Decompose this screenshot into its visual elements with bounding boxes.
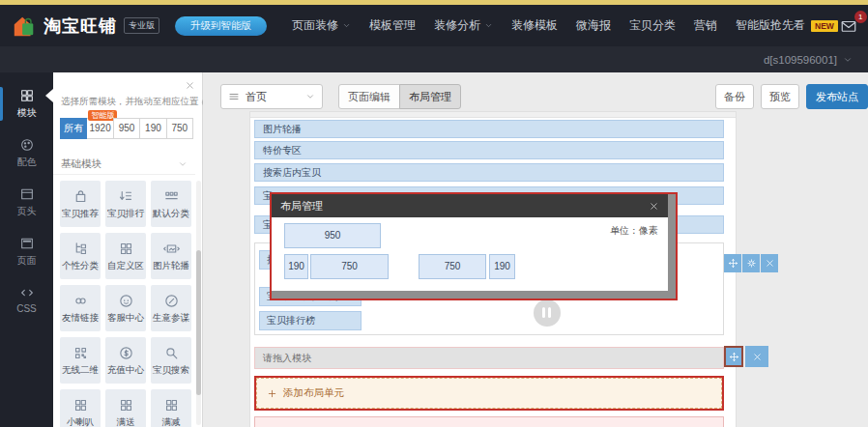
user-bar: d[s109596001] xyxy=(0,46,868,72)
page-canvas: 图片轮播 特价专区 搜索店内宝贝 宝 宝 搜索 宝贝分类（简单） 宝贝排行榜 请… xyxy=(249,111,737,427)
scrollbar-thumb[interactable] xyxy=(196,250,201,395)
preview-button[interactable]: 预览 xyxy=(761,84,799,109)
nav-item-decorate-analysis[interactable]: 装修分析 xyxy=(434,17,493,34)
module-tile-full-gift[interactable]: 满送 xyxy=(105,389,146,427)
canvas-row-image-carousel[interactable]: 图片轮播 xyxy=(254,120,724,138)
delete-button[interactable] xyxy=(745,346,768,367)
layout-option-190-right[interactable]: 190 xyxy=(489,254,515,279)
sidebar-item-css[interactable]: CSS xyxy=(0,281,53,318)
edition-badge: 专业版 xyxy=(124,17,159,34)
module-tile-wireless-qr[interactable]: 无线二维 xyxy=(60,337,101,384)
nav-item-micro-poster[interactable]: 微海报 xyxy=(576,17,611,34)
module-panel: 选择所需模块，并拖动至相应位置 所有 1920智能版 950 190 750 基… xyxy=(53,72,203,427)
layout-option-950[interactable]: 950 xyxy=(284,223,381,248)
tab-190[interactable]: 190 xyxy=(139,118,166,139)
compass-icon xyxy=(163,293,180,309)
dialog-titlebar[interactable]: 布局管理 xyxy=(272,194,668,217)
module-tile-default-category[interactable]: 默认分类 xyxy=(151,181,191,227)
navbar-icons: 1 xyxy=(838,17,868,35)
move-handle-selected[interactable] xyxy=(724,346,743,367)
sidebar-item-page[interactable]: 页面 xyxy=(0,232,53,271)
canvas-row-shop-search[interactable]: 搜索店内宝贝 xyxy=(254,163,724,182)
panel-scrollbar[interactable] xyxy=(196,181,201,425)
empty-drop-row[interactable]: 请拖入模块 xyxy=(254,347,724,369)
tab-all[interactable]: 所有 xyxy=(60,118,87,139)
chevron-down-icon xyxy=(178,159,188,169)
bag-icon xyxy=(72,188,89,205)
module-tile-item-search[interactable]: 宝贝搜索 xyxy=(151,337,191,384)
module-tile-service-center[interactable]: 客服中心 xyxy=(105,285,146,331)
layout-option-750-left[interactable]: 750 xyxy=(419,254,486,279)
partial-row-bottom xyxy=(254,416,724,427)
panel-close-icon[interactable] xyxy=(185,80,195,91)
watermark-icon xyxy=(534,299,561,327)
section-hover-controls xyxy=(724,254,778,272)
nav-item-marketing[interactable]: 营销 xyxy=(694,17,717,34)
mail-icon[interactable]: 1 xyxy=(838,17,859,35)
nav-item-decorate-template[interactable]: 装修模板 xyxy=(511,17,558,34)
canvas-row-item-ranking[interactable]: 宝贝排行榜 xyxy=(259,311,362,330)
nav-item-item-category[interactable]: 宝贝分类 xyxy=(629,17,676,34)
module-tile-announcement[interactable]: 小喇叭 xyxy=(60,389,101,427)
module-tile-full-discount[interactable]: 满减 xyxy=(151,389,191,427)
publish-button[interactable]: 发布站点 xyxy=(806,84,868,109)
top-navbar: 淘宝旺铺 专业版 升级到智能版 页面装修 模板管理 装修分析 装修模板 微海报 … xyxy=(0,5,868,46)
left-icon-rail: 模块 配色 页头 页面 CSS xyxy=(0,72,53,427)
nav-item-smart-preview[interactable]: 智能版抢先看NEW xyxy=(736,17,838,34)
module-tile-custom-category[interactable]: 个性分类 xyxy=(60,233,101,279)
layout-option-750-right[interactable]: 750 xyxy=(310,254,389,279)
add-layout-unit[interactable]: 添加布局单元 xyxy=(254,376,724,411)
page-select-dropdown[interactable]: 首页 xyxy=(220,84,323,109)
module-tile-item-recommend[interactable]: 宝贝推荐 xyxy=(60,181,101,227)
link-chain-icon xyxy=(72,293,89,309)
delete-button[interactable] xyxy=(761,254,778,272)
qr-code-icon xyxy=(72,345,89,361)
layout-option-190-left[interactable]: 190 xyxy=(284,254,308,279)
plus-icon xyxy=(267,388,277,399)
module-tile-business-advisor[interactable]: 生意参谋 xyxy=(151,285,191,331)
menu-icon xyxy=(228,91,240,102)
module-tile-custom-area[interactable]: 自定义区 xyxy=(105,233,146,279)
upgrade-button[interactable]: 升级到智能版 xyxy=(175,16,267,36)
carousel-icon xyxy=(163,241,180,257)
dialog-close-icon[interactable] xyxy=(649,201,659,212)
sidebar-item-colors[interactable]: 配色 xyxy=(0,133,53,173)
tab-page-edit[interactable]: 页面编辑 xyxy=(338,84,400,109)
nav-item-page-decorate[interactable]: 页面装修 xyxy=(292,17,351,34)
dialog-title: 布局管理 xyxy=(280,199,649,214)
app-logo-title: 淘宝旺铺 xyxy=(43,14,117,38)
chevron-down-icon xyxy=(342,21,351,30)
primary-nav: 页面装修 模板管理 装修分析 装修模板 微海报 宝贝分类 营销 智能版抢先看NE… xyxy=(292,17,838,34)
code-icon xyxy=(19,285,35,300)
partial-row-top xyxy=(250,112,736,118)
canvas-row-special-price[interactable]: 特价专区 xyxy=(254,141,724,159)
module-tile-image-carousel[interactable]: 图片轮播 xyxy=(151,233,191,279)
module-tile-recharge-center[interactable]: 充值中心 xyxy=(105,337,146,384)
edit-mode-segment: 页面编辑 布局管理 xyxy=(338,84,461,109)
chevron-down-icon[interactable] xyxy=(843,55,853,65)
section-basic-modules[interactable]: 基础模块 xyxy=(53,154,195,175)
module-tile-item-ranking[interactable]: 宝贝排行 xyxy=(105,181,146,227)
settings-button[interactable] xyxy=(742,254,760,272)
modules-grid-icon xyxy=(19,88,35,103)
chevron-down-icon xyxy=(305,92,315,101)
backup-button[interactable]: 备份 xyxy=(715,84,754,109)
dialog-body: 单位：像素 950 190 750 750 190 xyxy=(272,217,668,291)
sidebar-item-pageheader[interactable]: 页头 xyxy=(0,183,53,222)
smiley-face-icon xyxy=(118,293,134,309)
page-select-value: 首页 xyxy=(246,90,300,104)
app-logo[interactable]: 淘宝旺铺 专业版 xyxy=(12,14,159,39)
nav-item-template-manage[interactable]: 模板管理 xyxy=(369,17,416,34)
grid-icon xyxy=(118,241,134,257)
tab-750[interactable]: 750 xyxy=(166,118,193,139)
account-name[interactable]: d[s109596001] xyxy=(764,54,837,66)
gear-icon xyxy=(746,258,757,269)
tab-1920[interactable]: 1920智能版 xyxy=(86,118,113,139)
move-handle[interactable] xyxy=(724,254,741,272)
module-tile-friend-links[interactable]: 友情链接 xyxy=(60,285,101,331)
tab-layout-manage[interactable]: 布局管理 xyxy=(399,84,461,109)
tab-950[interactable]: 950 xyxy=(113,118,140,139)
tree-icon xyxy=(72,241,89,257)
workspace: 首页 页面编辑 布局管理 备份 预览 发布站点 图片轮播 特价专区 搜索店内宝贝… xyxy=(203,72,868,427)
layout-manage-dialog: 布局管理 单位：像素 950 190 750 750 190 xyxy=(270,192,678,300)
